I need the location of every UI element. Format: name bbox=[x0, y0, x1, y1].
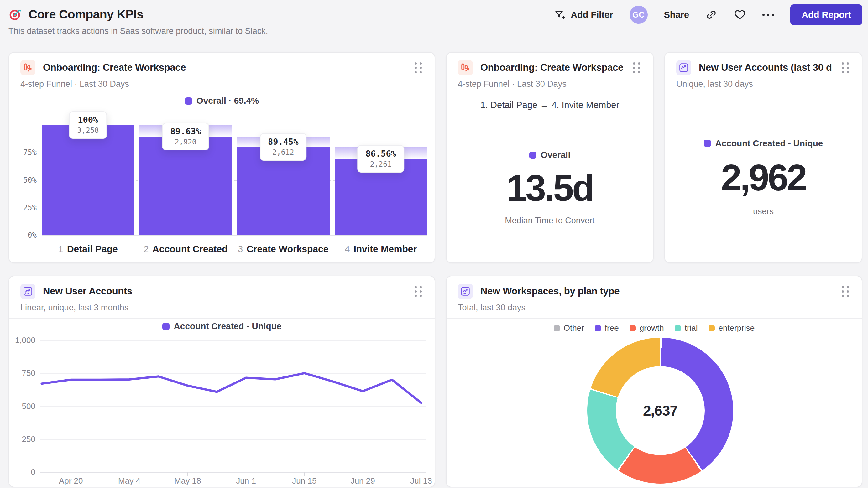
card-title: New User Accounts (last 30 days) bbox=[699, 62, 832, 73]
funnel-value-tooltip: 89.45%2,612 bbox=[260, 133, 307, 161]
metric-legend: Overall bbox=[529, 150, 570, 160]
legend-label: trial bbox=[685, 323, 698, 333]
insights-report-icon bbox=[20, 284, 35, 299]
funnel-report-icon bbox=[458, 60, 473, 75]
funnel-bar[interactable] bbox=[140, 136, 232, 235]
legend-swatch bbox=[529, 152, 536, 159]
funnel-tooltip-count: 2,612 bbox=[268, 148, 299, 156]
line-chart-area: Account Created - Unique 02505007501,000… bbox=[9, 319, 435, 487]
favorite-button[interactable] bbox=[734, 9, 746, 21]
funnel-tooltip-conversion: 100% bbox=[77, 115, 99, 125]
card-subtitle: 4-step Funnel · Last 30 Days bbox=[9, 75, 435, 89]
more-options-button[interactable] bbox=[763, 14, 774, 16]
metric-legend: Account Created - Unique bbox=[704, 138, 823, 149]
ellipsis-icon bbox=[763, 14, 765, 16]
funnel-tooltip-conversion: 86.56% bbox=[365, 149, 396, 159]
copy-link-button[interactable] bbox=[705, 9, 717, 21]
funnel-ytick-label: 25% bbox=[9, 203, 37, 212]
funnel-bar[interactable] bbox=[42, 125, 134, 235]
metric-value: 13.5d bbox=[506, 169, 593, 206]
legend-swatch bbox=[595, 325, 601, 331]
funnel-step-number: 3 bbox=[238, 244, 243, 254]
funnel-card-header: Onboarding: Create Workspace bbox=[9, 53, 435, 75]
funnel-step-name: Invite Member bbox=[353, 244, 417, 254]
funnel-step-label: 3Create Workspace bbox=[237, 244, 330, 254]
funnel-chart-area: Overall · 69.4% 75%50%25%0%1Detail Page1… bbox=[9, 95, 435, 262]
funnel-gridline bbox=[42, 235, 427, 236]
avatar[interactable]: GC bbox=[629, 6, 648, 24]
legend-label: enterprise bbox=[718, 323, 755, 333]
line-card-header: New User Accounts bbox=[9, 276, 435, 299]
page-title: Core Company KPIs bbox=[29, 7, 143, 21]
users-card-header: New User Accounts (last 30 days) bbox=[665, 53, 862, 75]
donut-legend-item[interactable]: free bbox=[595, 323, 619, 333]
legend-swatch bbox=[554, 325, 560, 331]
add-report-button[interactable]: Add Report bbox=[790, 4, 862, 25]
funnel-report-icon bbox=[20, 60, 35, 75]
workspaces-donut-card: New Workspaces, by plan type Total, last… bbox=[446, 275, 862, 487]
funnel-value-tooltip: 89.63%2,920 bbox=[162, 123, 209, 150]
drag-handle-icon[interactable] bbox=[840, 60, 851, 75]
metric-caption: Median Time to Convert bbox=[505, 216, 595, 226]
drag-handle-icon[interactable] bbox=[631, 60, 642, 75]
funnel-legend: Overall · 69.4% bbox=[9, 96, 435, 106]
share-button[interactable]: Share bbox=[664, 10, 689, 20]
legend-swatch bbox=[629, 325, 636, 331]
funnel-step-name: Detail Page bbox=[67, 244, 118, 254]
donut-legend-item[interactable]: growth bbox=[629, 323, 664, 333]
funnel-ytick-label: 0% bbox=[9, 231, 37, 239]
funnel-step-label: 2Account Created bbox=[140, 244, 232, 254]
funnel-value-tooltip: 86.56%2,261 bbox=[357, 145, 404, 172]
funnel-tooltip-count: 2,920 bbox=[170, 138, 201, 146]
donut-ring[interactable]: 2,637 bbox=[587, 338, 733, 484]
funnel-card: Onboarding: Create Workspace 4-step Funn… bbox=[8, 52, 435, 263]
card-title: Onboarding: Create Workspace bbox=[480, 62, 623, 73]
link-icon bbox=[705, 9, 717, 21]
funnel-tooltip-count: 3,258 bbox=[77, 126, 99, 134]
funnel-step-number: 2 bbox=[144, 244, 149, 254]
card-subtitle: Total, last 30 days bbox=[446, 299, 862, 313]
funnel-ytick-label: 75% bbox=[9, 148, 37, 157]
legend-label: Other bbox=[564, 323, 584, 333]
donut-card-header: New Workspaces, by plan type bbox=[446, 276, 862, 299]
legend-label: free bbox=[605, 323, 619, 333]
card-subtitle: Unique, last 30 days bbox=[665, 75, 862, 89]
card-subtitle: 4-step Funnel · Last 30 Days bbox=[446, 75, 653, 89]
funnel-step-number: 1 bbox=[58, 244, 63, 254]
legend-swatch bbox=[185, 97, 192, 105]
insights-report-icon bbox=[676, 60, 691, 75]
metric-body: Account Created - Unique 2,962 users bbox=[665, 95, 862, 262]
donut-legend: Otherfreegrowthtrialenterprise bbox=[446, 323, 862, 333]
drag-handle-icon[interactable] bbox=[413, 60, 424, 75]
card-title: Onboarding: Create Workspace bbox=[43, 62, 186, 73]
drag-handle-icon[interactable] bbox=[413, 284, 424, 299]
funnel-step-name: Account Created bbox=[152, 244, 227, 254]
funnel-range-label: 1. Detail Page → 4. Invite Member bbox=[446, 95, 653, 116]
metric-value: 2,962 bbox=[721, 159, 806, 196]
funnel-step-label: 4Invite Member bbox=[335, 244, 427, 254]
funnel-tooltip-conversion: 89.45% bbox=[268, 137, 299, 147]
legend-text: Overall · 69.4% bbox=[196, 96, 259, 106]
donut-hole: 2,637 bbox=[616, 366, 705, 455]
target-icon bbox=[8, 7, 22, 21]
add-filter-button[interactable]: Add Filter bbox=[554, 9, 613, 20]
new-users-line-card: New User Accounts Linear, unique, last 3… bbox=[8, 275, 435, 487]
funnel-ytick-label: 50% bbox=[9, 176, 37, 185]
header-actions: Add Filter GC Share Add Report bbox=[554, 4, 862, 25]
page-header: Core Company KPIs This dataset tracks ac… bbox=[8, 0, 862, 47]
line-series-svg bbox=[9, 319, 435, 487]
legend-swatch bbox=[709, 325, 715, 331]
donut-chart-area: Otherfreegrowthtrialenterprise 2,637 bbox=[446, 319, 862, 487]
donut-legend-item[interactable]: enterprise bbox=[709, 323, 755, 333]
funnel-tooltip-count: 2,261 bbox=[365, 160, 396, 168]
line-series-path bbox=[42, 373, 421, 403]
funnel-value-tooltip: 100%3,258 bbox=[69, 111, 107, 139]
funnel-tooltip-conversion: 89.63% bbox=[170, 127, 201, 136]
time-card-header: Onboarding: Create Workspace bbox=[446, 53, 653, 75]
donut-legend-item[interactable]: Other bbox=[554, 323, 584, 333]
drag-handle-icon[interactable] bbox=[840, 284, 851, 299]
legend-text: Overall bbox=[541, 150, 570, 160]
donut-legend-item[interactable]: trial bbox=[675, 323, 698, 333]
card-title: New Workspaces, by plan type bbox=[480, 286, 620, 297]
time-to-convert-card: Onboarding: Create Workspace 4-step Funn… bbox=[446, 52, 654, 263]
